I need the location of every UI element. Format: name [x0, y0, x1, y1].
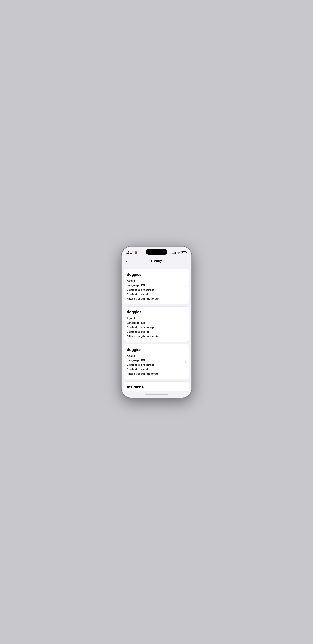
mute-icon: 🔕	[134, 251, 137, 254]
card-language-1: Language: EN	[127, 283, 186, 288]
card-encourage-3: Content to encourage:	[127, 363, 186, 367]
card-details-1: Age: 4 Language: EN Content to encourage…	[127, 279, 186, 301]
wifi-icon	[177, 252, 180, 254]
signal-bar-2	[173, 253, 174, 254]
card-filter-1: Filter strength: moderate	[127, 296, 186, 301]
card-details-2: Age: 4 Language: EN Content to encourage…	[127, 316, 186, 338]
back-chevron-icon: ‹	[126, 259, 127, 263]
battery-icon	[181, 252, 187, 254]
phone-screen: 12:14 🔕	[122, 246, 191, 398]
card-filter-3: Filter strength: moderate	[127, 372, 186, 376]
chevron-right-icon-2: ›	[185, 322, 186, 326]
status-right	[172, 252, 187, 254]
card-details-4: Age: 4 Language: EN Content to encourage…	[127, 391, 186, 392]
content-scroll[interactable]: doggies Age: 4 Language: EN Content to e…	[122, 266, 191, 392]
card-age-2: Age: 4	[127, 316, 186, 320]
phone-frame: 12:14 🔕	[122, 246, 191, 398]
chevron-right-icon-1: ›	[185, 284, 186, 288]
history-card-4[interactable]: ms rachel Age: 4 Language: EN Content to…	[124, 382, 189, 392]
signal-bar-4	[175, 252, 176, 254]
card-title-4: ms rachel	[127, 385, 186, 390]
history-card-1[interactable]: doggies Age: 4 Language: EN Content to e…	[124, 269, 189, 304]
card-encourage-1: Content to encourage:	[127, 288, 186, 292]
chevron-right-icon-3: ›	[185, 360, 186, 364]
card-title-1: doggies	[127, 272, 186, 277]
card-details-3: Age: 4 Language: EN Content to encourage…	[127, 354, 186, 376]
signal-bar-1	[172, 253, 173, 254]
card-avoid-3: Content to avoid:	[127, 367, 186, 372]
signal-bars	[172, 252, 176, 254]
page-title: History	[151, 259, 162, 263]
card-encourage-2: Content to encourage:	[127, 325, 186, 330]
card-language-3: Language: EN	[127, 358, 186, 362]
card-language-2: Language: EN	[127, 321, 186, 325]
card-title-3: doggies	[127, 347, 186, 352]
history-card-2[interactable]: doggies Age: 4 Language: EN Content to e…	[124, 306, 189, 342]
battery-tip	[186, 252, 187, 253]
card-filter-2: Filter strength: moderate	[127, 334, 186, 338]
history-card-3[interactable]: doggies Age: 4 Language: EN Content to e…	[124, 344, 189, 379]
battery-fill	[182, 252, 183, 254]
card-avoid-1: Content to avoid:	[127, 292, 186, 296]
card-age-1: Age: 4	[127, 279, 186, 283]
nav-header: ‹ History	[122, 256, 191, 266]
card-title-2: doggies	[127, 310, 186, 314]
home-indicator	[122, 392, 191, 398]
status-time: 12:14	[126, 251, 133, 254]
card-avoid-2: Content to avoid:	[127, 330, 186, 334]
status-bar: 12:14 🔕	[122, 246, 191, 256]
signal-bar-3	[174, 252, 175, 254]
dynamic-island	[146, 249, 167, 255]
battery-body	[181, 252, 186, 254]
island-camera-dot	[163, 251, 165, 253]
card-age-4: Age: 4	[127, 391, 186, 392]
back-button[interactable]: ‹	[125, 258, 129, 264]
card-age-3: Age: 4	[127, 354, 186, 358]
status-left: 12:14 🔕	[126, 251, 137, 254]
home-bar	[145, 394, 168, 395]
